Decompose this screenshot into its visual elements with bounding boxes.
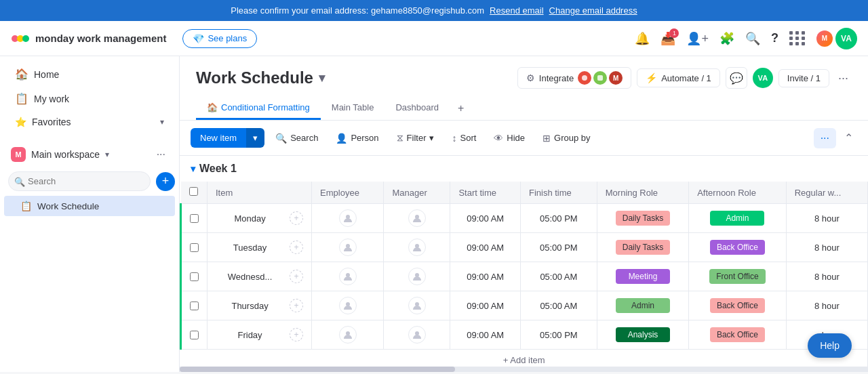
change-email-link[interactable]: Change email address (549, 5, 637, 16)
row-afternoon-role-cell[interactable]: Front Office (689, 262, 786, 291)
add-subitem-button[interactable]: + (290, 241, 303, 254)
row-manager-cell[interactable] (384, 320, 450, 350)
row-checkbox[interactable] (190, 272, 199, 281)
select-all-checkbox[interactable] (189, 187, 198, 196)
manager-person-icon (408, 238, 426, 256)
row-employee-cell[interactable] (312, 204, 384, 233)
row-afternoon-role-cell[interactable]: Admin (689, 204, 786, 233)
notifications-button[interactable]: 🔔 (635, 31, 650, 46)
user-avatar[interactable]: VA (835, 28, 857, 49)
row-checkbox[interactable] (190, 214, 199, 223)
row-morning-role-cell[interactable]: Daily Tasks (597, 233, 688, 262)
sidebar-add-button[interactable]: + (156, 172, 175, 191)
workspace-more-button[interactable]: ··· (154, 147, 168, 162)
employee-person-icon (339, 297, 357, 314)
board-more-button[interactable]: ··· (835, 68, 852, 89)
apps-button[interactable]: 🧩 (719, 31, 734, 46)
new-item-dropdown-button[interactable]: ▾ (246, 128, 264, 148)
row-checkbox-cell (181, 262, 208, 291)
grid-icon[interactable] (789, 31, 806, 45)
workspace-header[interactable]: M Main workspace ▾ ··· (0, 142, 179, 167)
sidebar-item-favorites[interactable]: ⭐ Favorites ▾ (4, 111, 175, 133)
row-regular-w-cell[interactable]: 8 hour (786, 204, 867, 233)
sidebar-item-home[interactable]: 🏠 Home (4, 62, 175, 86)
person-button[interactable]: 👤 Person (329, 129, 385, 148)
sidebar-item-workschedule[interactable]: 📋 Work Schedule (4, 196, 175, 216)
board-avatar[interactable]: VA (753, 68, 773, 88)
row-employee-cell[interactable] (312, 291, 384, 320)
row-regular-w-cell[interactable]: 8 hour (786, 291, 867, 320)
board-title-chevron-icon[interactable]: ▾ (319, 70, 325, 85)
row-start-time-cell[interactable]: 09:00 AM (450, 320, 521, 350)
row-checkbox[interactable] (190, 243, 199, 252)
row-finish-time-cell[interactable]: 05:00 PM (520, 204, 597, 233)
tab-main-table[interactable]: Main Table (321, 97, 385, 120)
th-checkbox (181, 182, 208, 204)
add-subitem-button[interactable]: + (290, 299, 303, 312)
row-finish-time-cell[interactable]: 05:00 PM (520, 320, 597, 350)
search-button[interactable]: 🔍 (745, 31, 760, 46)
row-manager-cell[interactable] (384, 291, 450, 320)
row-finish-time-cell[interactable]: 05:00 AM (520, 291, 597, 320)
resend-email-link[interactable]: Resend email (490, 5, 544, 16)
row-afternoon-role-cell[interactable]: Back Office (689, 320, 786, 350)
filter-button[interactable]: ⧖ Filter ▾ (390, 128, 441, 148)
scrollbar-thumb[interactable] (180, 367, 455, 372)
row-afternoon-role-cell[interactable]: Back Office (689, 233, 786, 262)
row-morning-role-cell[interactable]: Daily Tasks (597, 204, 688, 233)
row-manager-cell[interactable] (384, 233, 450, 262)
row-regular-w-cell[interactable]: 8 hour (786, 233, 867, 262)
tab-add-button[interactable]: + (450, 97, 472, 120)
row-employee-cell[interactable] (312, 233, 384, 262)
invite-button[interactable]: Invite / 1 (778, 69, 829, 87)
sort-button[interactable]: ↕ Sort (445, 129, 483, 148)
row-manager-cell[interactable] (384, 204, 450, 233)
help-floating-button[interactable]: Help (808, 333, 852, 358)
search-toolbar-button[interactable]: 🔍 Search (269, 129, 325, 148)
chat-button[interactable]: 💬 (726, 67, 747, 89)
inbox-button[interactable]: 📥 1 (660, 31, 675, 46)
tab-conditional-formatting[interactable]: 🏠 Conditional Formatting (196, 97, 321, 120)
morning-role-pill: Daily Tasks (616, 240, 670, 255)
row-afternoon-role-cell[interactable]: Back Office (689, 291, 786, 320)
week-chevron-icon[interactable]: ▾ (191, 163, 195, 174)
row-start-time-cell[interactable]: 09:00 AM (450, 204, 521, 233)
tab-dashboard[interactable]: Dashboard (384, 97, 450, 120)
help-button[interactable]: ? (771, 31, 778, 45)
week-group: ▾ Week 1 Item Employee (180, 156, 868, 367)
add-subitem-button[interactable]: + (290, 270, 303, 283)
invite-people-button[interactable]: 👤+ (686, 31, 709, 46)
row-start-time-cell[interactable]: 09:00 AM (450, 291, 521, 320)
row-morning-role-cell[interactable]: Meeting (597, 262, 688, 291)
row-finish-time-cell[interactable]: 05:00 AM (520, 262, 597, 291)
toolbar-more-button[interactable]: ··· (814, 128, 836, 148)
row-finish-time-cell[interactable]: 05:00 PM (520, 233, 597, 262)
group-by-button[interactable]: ⊞ Group by (536, 129, 597, 148)
row-item-cell: Friday + (208, 320, 312, 350)
row-manager-cell[interactable] (384, 262, 450, 291)
row-morning-role-cell[interactable]: Admin (597, 291, 688, 320)
toolbar-collapse-button[interactable]: ⌃ (840, 127, 857, 148)
row-checkbox[interactable] (190, 331, 199, 339)
add-subitem-button[interactable]: + (290, 328, 303, 341)
add-item-row[interactable]: + Add item (181, 350, 868, 367)
hide-button[interactable]: 👁 Hide (487, 129, 532, 148)
manager-person-icon (408, 297, 426, 314)
horizontal-scrollbar[interactable] (180, 367, 868, 372)
add-item-text[interactable]: + Add item (503, 355, 545, 365)
row-regular-w-cell[interactable]: 8 hour (786, 262, 867, 291)
row-checkbox[interactable] (190, 302, 199, 310)
add-subitem-button[interactable]: + (290, 211, 303, 225)
sidebar-item-mywork[interactable]: 📋 My work (4, 87, 175, 110)
integrate-button[interactable]: ⚙ Integrate M (517, 67, 631, 89)
see-plans-button[interactable]: 💎 See plans (182, 29, 257, 48)
row-start-time-cell[interactable]: 09:00 AM (450, 262, 521, 291)
row-employee-cell[interactable] (312, 262, 384, 291)
row-morning-role-cell[interactable]: Analysis (597, 320, 688, 350)
automate-button[interactable]: ⚡ Automate / 1 (637, 68, 720, 87)
new-item-button[interactable]: New item (191, 128, 246, 148)
row-employee-cell[interactable] (312, 320, 384, 350)
morning-role-pill: Meeting (616, 269, 670, 284)
sidebar-search-input[interactable] (8, 171, 151, 191)
row-start-time-cell[interactable]: 09:00 AM (450, 233, 521, 262)
